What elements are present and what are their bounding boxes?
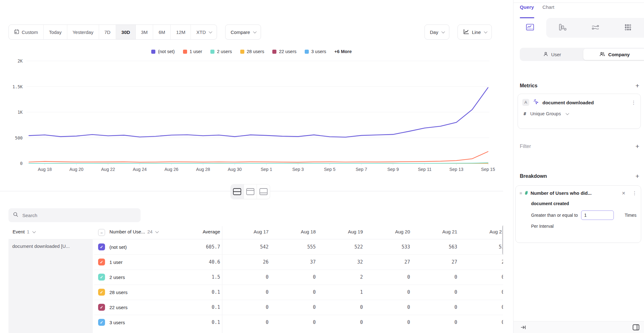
row-value: 522	[318, 239, 363, 254]
row-value: 0	[271, 315, 316, 330]
compare-label: Compare	[230, 30, 250, 35]
chart-type-line-tab[interactable]	[514, 18, 546, 38]
row-checkbox[interactable]: ✓	[98, 243, 105, 250]
breakdown-value-input[interactable]	[581, 210, 614, 220]
chart-legend: (not set)1 user2 users28 users22 users3 …	[0, 49, 503, 54]
series-line-1-user	[29, 152, 488, 162]
range-button-30d[interactable]: 30D	[116, 25, 136, 39]
range-button-custom[interactable]: Custom	[9, 25, 44, 39]
row-value: 26	[224, 254, 269, 270]
chart-type-more-tab[interactable]	[612, 18, 644, 38]
breakdown-unit-label: Times	[625, 213, 637, 218]
svg-text:1K: 1K	[18, 110, 23, 115]
metric-menu-button[interactable]: ⋮	[631, 100, 636, 106]
range-button-3m[interactable]: 3M	[136, 25, 153, 39]
row-value: 0	[224, 315, 269, 330]
segment-user[interactable]: User	[521, 49, 583, 60]
metric-card[interactable]: A document downloaded ⋮ # Unique Groups	[518, 94, 641, 129]
chart-type-button[interactable]: Line	[458, 25, 492, 40]
chart-type-strip	[514, 18, 644, 38]
row-average: 0.1	[176, 300, 220, 315]
legend-item[interactable]: 28 users	[240, 49, 264, 54]
collapse-panel-icon[interactable]	[520, 325, 526, 330]
legend-item[interactable]: (not set)	[151, 49, 175, 54]
table-row: ✓(not set)605.754255552253356353	[0, 239, 503, 254]
legend-item[interactable]: 3 users	[305, 49, 326, 54]
row-checkbox[interactable]: ✓	[98, 319, 105, 326]
select-all-checkbox[interactable]: –	[98, 229, 105, 236]
breakdown-card-title: Number of Users who did...	[530, 190, 591, 196]
row-value: 0	[224, 285, 269, 300]
layout-toggle-split-view[interactable]	[231, 184, 244, 199]
svg-text:Sep 15: Sep 15	[481, 167, 495, 172]
average-column-header: Average	[176, 229, 220, 234]
chevron-down-icon	[484, 30, 487, 33]
add-breakdown-button[interactable]: +	[636, 173, 639, 179]
legend-item[interactable]: 2 users	[210, 49, 232, 54]
legend-more-link[interactable]: +6 More	[334, 49, 352, 54]
drag-handle-icon[interactable]: ≡	[519, 191, 522, 196]
row-value: 0	[460, 285, 503, 300]
metric-measure-selector[interactable]: # Unique Groups	[522, 111, 636, 116]
range-button-xtd[interactable]: XTD	[191, 25, 217, 39]
tab-query[interactable]: Query	[520, 4, 534, 10]
row-value: 2	[460, 254, 503, 270]
row-checkbox[interactable]: ✓	[98, 274, 105, 281]
row-checkbox[interactable]: ✓	[98, 289, 105, 296]
chevron-down-icon	[565, 112, 569, 115]
interval-button[interactable]: Day	[425, 25, 449, 40]
legend-item[interactable]: 1 user	[183, 49, 202, 54]
row-average: 0.1	[176, 285, 220, 300]
row-value: 0	[413, 285, 457, 300]
chart-type-flow-tab[interactable]	[579, 18, 612, 38]
table-rows: ✓(not set)605.754255552253356353✓1 user4…	[0, 239, 503, 330]
search-icon	[13, 212, 19, 219]
main-area: CustomTodayYesterday7D30D3M6M12MXTD Comp…	[0, 0, 513, 333]
range-button-yesterday[interactable]: Yesterday	[67, 25, 99, 39]
breakdown-section-header: Breakdown +	[520, 173, 639, 179]
range-button-7d[interactable]: 7D	[99, 25, 116, 39]
legend-item[interactable]: 22 users	[272, 49, 297, 54]
event-column-header[interactable]: Event 1	[13, 229, 35, 234]
add-filter-button[interactable]: +	[636, 143, 639, 150]
search-input[interactable]	[22, 212, 136, 218]
segment-company[interactable]: Company	[583, 49, 644, 60]
line-chart-icon	[526, 23, 534, 32]
date-column-header: Aug 17	[224, 229, 269, 234]
svg-text:Sep 3: Sep 3	[292, 167, 304, 172]
table-search	[8, 208, 141, 222]
row-checkbox[interactable]: ✓	[98, 304, 105, 311]
range-button-12m[interactable]: 12M	[171, 25, 191, 39]
user-icon	[543, 52, 548, 57]
legend-swatch	[210, 50, 214, 54]
flow-chart-icon	[591, 24, 600, 32]
chevron-down-icon	[32, 229, 36, 233]
close-icon[interactable]: ✕	[622, 191, 625, 196]
row-value: 555	[271, 239, 316, 254]
svg-text:Aug 24: Aug 24	[133, 167, 147, 172]
breakdown-card[interactable]: ≡ # Number of Users who did... ✕ ⋮ docum…	[515, 185, 641, 243]
add-metric-button[interactable]: +	[636, 82, 639, 89]
svg-text:500: 500	[15, 135, 23, 140]
range-button-today[interactable]: Today	[44, 25, 67, 39]
breakdown-menu-button[interactable]: ⋮	[632, 190, 637, 196]
svg-text:Aug 18: Aug 18	[38, 167, 52, 172]
metrics-title: Metrics	[520, 83, 537, 89]
layout-toggle-table-top-view[interactable]	[244, 184, 257, 199]
side-panel-toggle-icon[interactable]	[632, 324, 640, 331]
group-column-header[interactable]: Number of Use... 24	[109, 229, 158, 234]
row-checkbox[interactable]: ✓	[98, 259, 105, 265]
vertical-scrollbar[interactable]	[502, 225, 503, 255]
svg-text:Sep 13: Sep 13	[449, 167, 464, 172]
tab-chart[interactable]: Chart	[542, 4, 554, 10]
layout-toggle-chart-top-view[interactable]	[257, 184, 270, 199]
row-value: 0	[271, 285, 316, 300]
row-label: 2 users	[109, 270, 125, 285]
compare-button[interactable]: Compare	[225, 25, 261, 40]
range-button-6m[interactable]: 6M	[153, 25, 171, 39]
svg-text:Aug 26: Aug 26	[164, 167, 179, 172]
interval-label: Day	[430, 30, 438, 35]
breakdown-condition-label: Greater than or equal to	[531, 213, 578, 218]
svg-text:Aug 20: Aug 20	[69, 167, 84, 172]
chart-type-bar-tab[interactable]	[546, 18, 579, 38]
